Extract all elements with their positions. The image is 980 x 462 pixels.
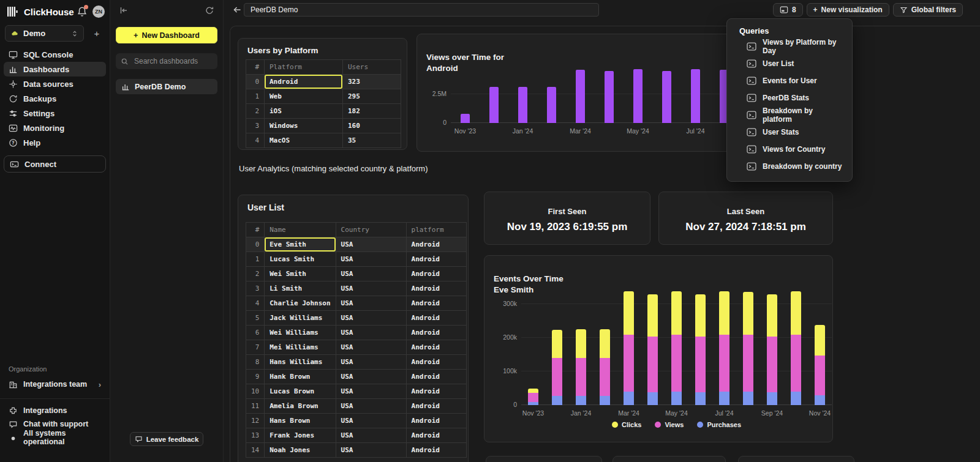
table-cell[interactable]: 3	[246, 281, 265, 296]
table-row[interactable]: 1Lucas SmithUSAAndroid	[246, 252, 467, 267]
table-row[interactable]: 12Hans BrownUSAAndroid	[246, 414, 467, 428]
table-cell[interactable]: 12	[246, 414, 265, 428]
table-cell[interactable]: 160	[343, 119, 401, 133]
table-cell[interactable]: Android	[406, 340, 466, 355]
table-row[interactable]: 1Web295	[246, 89, 401, 104]
table-cell[interactable]: USA	[336, 237, 406, 252]
sidebar-item-integrations[interactable]: Integrations	[4, 404, 106, 417]
table-cell[interactable]: Mei Williams	[265, 340, 336, 355]
table-cell[interactable]: 13	[246, 428, 265, 443]
table-cell[interactable]: USA	[336, 252, 406, 267]
table-cell[interactable]: Android	[406, 267, 466, 281]
table-cell[interactable]: Android	[406, 384, 466, 399]
sidebar-item-help[interactable]: ?Help	[4, 135, 106, 150]
notifications-bell-icon[interactable]	[77, 6, 88, 17]
table-row[interactable]: 9Hank BrownUSAAndroid	[246, 370, 467, 384]
sidebar-item-data-sources[interactable]: Data sources	[4, 76, 106, 91]
table-cell[interactable]: Eve Smith	[265, 237, 336, 252]
leave-feedback-button[interactable]: Leave feedback	[130, 432, 203, 446]
table-cell[interactable]: 8	[246, 355, 265, 370]
table-cell[interactable]: Amelia Brown	[265, 399, 336, 414]
table-cell[interactable]: 1	[246, 252, 265, 267]
queries-count-button[interactable]: 8	[773, 3, 803, 17]
global-filters-button[interactable]: Global filters	[893, 3, 963, 17]
table-row[interactable]: 2Wei SmithUSAAndroid	[246, 267, 467, 281]
table-cell[interactable]: USA	[336, 340, 406, 355]
table-row[interactable]: 14Noah JonesUSAAndroid	[246, 443, 467, 458]
table-cell[interactable]: 6	[246, 326, 265, 340]
connect-button[interactable]: Connect	[4, 155, 106, 173]
table-cell[interactable]: USA	[336, 443, 406, 458]
table-cell[interactable]: Windows	[265, 119, 343, 133]
table-cell[interactable]: Android	[406, 252, 466, 267]
table-cell[interactable]: 1	[246, 89, 265, 104]
table-row[interactable]: 5Jack WilliamsUSAAndroid	[246, 311, 467, 326]
table-cell[interactable]: USA	[336, 414, 406, 428]
table-cell[interactable]: 3	[246, 119, 265, 133]
table-cell[interactable]: Hans Williams	[265, 355, 336, 370]
sidebar-item-sql-console[interactable]: SQL Console	[4, 47, 106, 62]
table-row[interactable]: 7Mei WilliamsUSAAndroid	[246, 340, 467, 355]
new-dashboard-button[interactable]: + New Dashboard	[116, 27, 217, 43]
table-cell[interactable]: USA	[336, 428, 406, 443]
table-row[interactable]: 3Windows160	[246, 119, 401, 133]
table-row[interactable]: 6Wei WilliamsUSAAndroid	[246, 326, 467, 340]
table-cell[interactable]: Android	[406, 428, 466, 443]
table-cell[interactable]: USA	[336, 326, 406, 340]
table-cell[interactable]: Wei Williams	[265, 326, 336, 340]
back-arrow-icon[interactable]	[232, 5, 242, 15]
table-cell[interactable]: 7	[246, 340, 265, 355]
table-row[interactable]: 2iOS182	[246, 104, 401, 119]
legend-item-purchases[interactable]: Purchases	[697, 421, 741, 428]
table-cell[interactable]: 0	[246, 75, 265, 89]
dashboard-list-item[interactable]: PeerDB Demo	[116, 79, 217, 94]
table-cell[interactable]: 14	[246, 443, 265, 458]
query-item[interactable]: User Stats	[727, 124, 852, 141]
query-item[interactable]: User List	[727, 55, 852, 72]
table-row[interactable]: 11Amelia BrownUSAAndroid	[246, 399, 467, 414]
table-row[interactable]: 13Frank JonesUSAAndroid	[246, 428, 467, 443]
refresh-icon[interactable]	[205, 6, 214, 15]
query-item[interactable]: PeerDB Stats	[727, 89, 852, 106]
query-item[interactable]: Events for User	[727, 72, 852, 89]
table-cell[interactable]: Noah Jones	[265, 443, 336, 458]
table-cell[interactable]: 4	[246, 296, 265, 311]
table-cell[interactable]: Android	[265, 75, 343, 89]
legend-item-clicks[interactable]: Clicks	[612, 421, 641, 428]
table-cell[interactable]: Android	[406, 443, 466, 458]
table-cell[interactable]: USA	[336, 370, 406, 384]
legend-item-views[interactable]: Views	[655, 421, 684, 428]
query-item[interactable]: Views for Country	[727, 141, 852, 158]
table-cell[interactable]: 295	[343, 89, 401, 104]
table-cell[interactable]: 35	[343, 133, 401, 148]
table-cell[interactable]: Android	[406, 355, 466, 370]
table-row[interactable]: 3Li SmithUSAAndroid	[246, 281, 467, 296]
table-cell[interactable]: USA	[336, 267, 406, 281]
table-cell[interactable]: USA	[336, 281, 406, 296]
table-cell[interactable]: Android	[406, 281, 466, 296]
table-cell[interactable]: Android	[406, 326, 466, 340]
table-cell[interactable]: 323	[343, 75, 401, 89]
table-cell[interactable]: Jack Williams	[265, 311, 336, 326]
table-cell[interactable]: Android	[406, 237, 466, 252]
dashboard-title-input[interactable]	[244, 3, 599, 17]
sidebar-item-system-status[interactable]: All systems operational	[4, 431, 106, 444]
table-cell[interactable]: iOS	[265, 104, 343, 119]
table-cell[interactable]: Android	[406, 399, 466, 414]
table-cell[interactable]: Android	[406, 414, 466, 428]
table-row[interactable]: 10Lucas BrownUSAAndroid	[246, 384, 467, 399]
table-row[interactable]: 0Android323	[246, 75, 401, 89]
table-cell[interactable]: USA	[336, 355, 406, 370]
table-cell[interactable]: 0	[246, 237, 265, 252]
sidebar-item-integrations-team[interactable]: Integrations team ›	[4, 377, 106, 392]
avatar[interactable]: ZN	[92, 6, 105, 18]
query-item[interactable]: Breakdown by platform	[727, 106, 852, 124]
table-cell[interactable]: Frank Jones	[265, 428, 336, 443]
sidebar-item-monitoring[interactable]: Monitoring	[4, 121, 106, 135]
table-cell[interactable]: Web	[265, 89, 343, 104]
table-cell[interactable]: Wei Smith	[265, 267, 336, 281]
table-cell[interactable]: Android	[406, 296, 466, 311]
table-cell[interactable]: USA	[336, 399, 406, 414]
table-row[interactable]: 0Eve SmithUSAAndroid	[246, 237, 467, 252]
table-cell[interactable]: Charlie Johnson	[265, 296, 336, 311]
